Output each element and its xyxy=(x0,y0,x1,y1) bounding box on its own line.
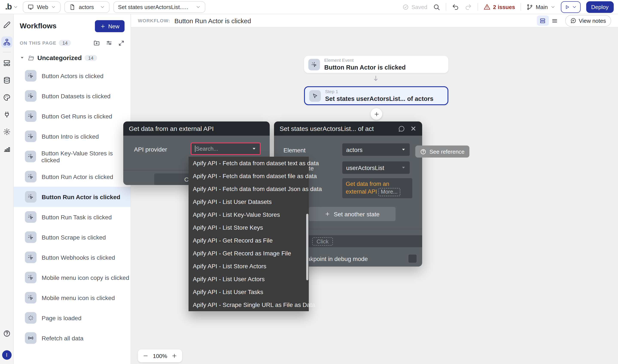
api-provider-option[interactable]: Apify API - List User Tasks xyxy=(188,286,309,298)
dropdown-scrollbar[interactable] xyxy=(306,214,308,280)
chevron-down-icon xyxy=(550,4,555,9)
step-title: Set states userActorsList... of actors xyxy=(325,95,433,102)
workflow-list-item[interactable]: Button Intro is clicked xyxy=(14,126,131,146)
element-select[interactable]: actors xyxy=(342,143,410,156)
workflow-select[interactable]: Set states userActorsList... ... xyxy=(113,1,205,13)
platform-select[interactable]: Web xyxy=(23,1,61,13)
undo-icon[interactable] xyxy=(452,3,459,11)
list-view-button[interactable] xyxy=(549,15,561,26)
event-node[interactable]: Element Event Button Run Actor is clicke… xyxy=(304,56,448,73)
branch-select[interactable]: Main xyxy=(527,4,555,10)
api-provider-option[interactable]: Apify API - Fetch data from dataset text… xyxy=(188,157,309,169)
see-reference-tooltip[interactable]: See reference xyxy=(415,145,469,157)
page-count-badge: 14 xyxy=(59,40,71,46)
preview-run-button[interactable] xyxy=(561,1,580,13)
caret-down-icon xyxy=(20,55,25,60)
workflow-list-item[interactable]: Button Get Runs is clicked xyxy=(14,106,131,126)
set-another-state-button[interactable]: Set another state xyxy=(309,207,395,221)
zoom-out-icon[interactable] xyxy=(143,353,149,359)
cursor-click-icon xyxy=(25,110,37,122)
breakpoint-checkbox[interactable] xyxy=(408,255,417,263)
folder-uncategorized[interactable]: Uncategorized 14 xyxy=(20,54,125,61)
rail-item-logs[interactable] xyxy=(1,143,12,155)
user-avatar[interactable]: I xyxy=(2,350,11,360)
cards-view-button[interactable] xyxy=(537,15,549,26)
workflow-list-item[interactable]: Button Scrape is clicked xyxy=(14,227,131,247)
issues-button[interactable]: 2 issues xyxy=(484,3,515,10)
api-provider-option[interactable]: Apify API - List User Datasets xyxy=(188,195,309,208)
workflow-list-item[interactable]: Button Key-Value Stores is clicked xyxy=(14,146,131,167)
workflow-title: Button Run Actor is clicked xyxy=(174,17,251,24)
add-step-button[interactable] xyxy=(371,108,382,120)
workflow-select-label: Set states userActorsList... ... xyxy=(118,4,190,10)
api-provider-option[interactable]: Apify API - Scrape Single URL as File as… xyxy=(188,298,309,311)
folder-label: Uncategorized xyxy=(37,54,82,61)
custom-state-select[interactable]: userActorsList xyxy=(342,161,410,174)
workflow-list-item[interactable]: Button Webhooks is clicked xyxy=(14,247,131,267)
workflow-item-label: Mobile menu icon is clicked xyxy=(42,294,115,301)
close-icon[interactable] xyxy=(410,125,417,132)
workflow-list-item[interactable]: Refetch all data xyxy=(14,328,131,348)
canvas-header: WORKFLOW: Button Run Actor is clicked Vi… xyxy=(131,14,618,27)
api-provider-option[interactable]: Apify API - List Store Actors xyxy=(188,260,309,273)
workflow-list-item[interactable]: Button Run Actor is clicked xyxy=(14,187,131,207)
search-icon[interactable] xyxy=(433,3,440,11)
more-chip[interactable]: More... xyxy=(378,188,400,196)
mouse-pointer-icon xyxy=(309,90,321,102)
event-kind: Element Event xyxy=(324,58,406,63)
rail-item-settings[interactable] xyxy=(1,126,12,137)
page-select[interactable]: actors xyxy=(65,1,109,13)
zoom-level: 100% xyxy=(153,353,167,359)
new-workflow-button[interactable]: New xyxy=(95,20,125,32)
rail-item-reusable-elements[interactable] xyxy=(1,57,12,69)
api-provider-option[interactable]: Apify API - List Key-Value Stores xyxy=(188,208,309,221)
api-provider-option[interactable]: Apify API - List Store Keys xyxy=(188,221,309,234)
api-provider-option[interactable]: Apify API - Fetch data from dataset Json… xyxy=(188,182,309,195)
bubble-logo[interactable]: .b xyxy=(4,2,19,12)
branch-label: Main xyxy=(536,4,548,10)
workflow-list-item[interactable]: Button Datasets is clicked xyxy=(14,86,131,106)
expand-icon[interactable] xyxy=(118,40,125,46)
workflow-list-item[interactable]: Button Actors is clicked xyxy=(14,66,131,86)
folder-plus-icon[interactable] xyxy=(93,39,100,46)
loader-icon xyxy=(25,312,37,324)
api-provider-option[interactable]: Apify API - Get Record as Image File xyxy=(188,247,309,260)
api-provider-search-input[interactable]: Search... xyxy=(191,143,261,155)
workflow-list-item[interactable]: Page is loaded xyxy=(14,308,131,328)
rail-item-styles[interactable] xyxy=(1,92,12,103)
redo-icon[interactable] xyxy=(465,3,472,11)
divider xyxy=(521,3,521,11)
workflow-list-item[interactable]: Mobile menu icon copy is clicked xyxy=(14,267,131,287)
api-provider-option[interactable]: Apify API - Get Record as File xyxy=(188,234,309,247)
rail-item-design[interactable] xyxy=(1,19,12,30)
workflow-item-label: Mobile menu icon copy is clicked xyxy=(42,274,129,281)
rail-item-data[interactable] xyxy=(1,75,12,86)
element-label: Element xyxy=(283,147,305,154)
state-value-expression[interactable]: Get data from an external APIMore... xyxy=(342,178,412,198)
step-node-selected[interactable]: Step 1 Set states userActorsList... of a… xyxy=(304,86,448,105)
api-provider-option[interactable]: Apify API - List User Actors xyxy=(188,273,309,286)
comment-icon[interactable] xyxy=(398,125,405,132)
cursor-click-icon xyxy=(25,70,37,81)
deploy-button[interactable]: Deploy xyxy=(586,1,614,13)
click-input[interactable]: Click xyxy=(307,235,422,247)
plus-icon xyxy=(325,211,330,217)
workflow-list-item[interactable]: Button Run Task is clicked xyxy=(14,207,131,227)
workflow-list-item[interactable]: Button Run Actor is clicked xyxy=(14,167,131,187)
workflow-item-label: Button Actors is clicked xyxy=(42,72,104,79)
list-view-icon xyxy=(552,17,558,24)
rail-item-help[interactable] xyxy=(1,328,12,339)
element-value: actors xyxy=(346,146,362,153)
dialog-title: Get data from an external API xyxy=(129,125,264,132)
workflow-item-label: Button Run Task is clicked xyxy=(42,214,112,221)
left-icon-rail: I xyxy=(0,14,14,364)
filter-sliders-icon[interactable] xyxy=(106,39,113,46)
palette-icon xyxy=(3,94,11,101)
api-provider-option[interactable]: Apify API - Fetch data from dataset file… xyxy=(188,169,309,182)
rail-item-workflows[interactable] xyxy=(1,37,12,48)
workflow-list-item[interactable]: Mobile menu icon is clicked xyxy=(14,287,131,308)
set-another-state-label: Set another state xyxy=(334,210,380,217)
view-notes-button[interactable]: View notes xyxy=(565,15,611,26)
rail-item-plugins[interactable] xyxy=(1,109,12,120)
zoom-in-icon[interactable] xyxy=(171,353,178,359)
